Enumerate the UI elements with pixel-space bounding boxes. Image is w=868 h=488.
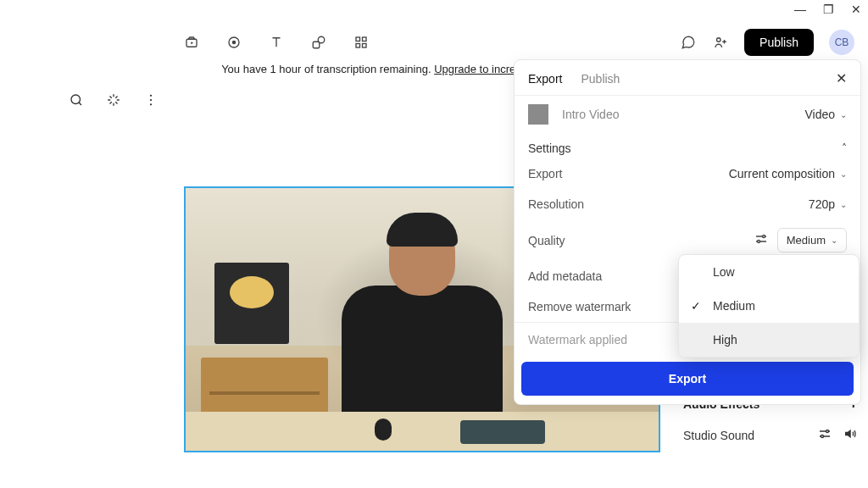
quality-select[interactable]: Medium ⌄	[777, 228, 847, 252]
project-title: Intro Video	[562, 108, 619, 121]
project-thumb	[528, 104, 548, 125]
text-tool-icon[interactable]	[268, 34, 285, 51]
mouse-prop	[375, 419, 392, 441]
templates-tool-icon[interactable]	[353, 34, 370, 51]
quality-value: Medium	[787, 234, 826, 247]
keyboard-prop	[460, 420, 545, 444]
quality-dropdown: Low ✓ Medium High 👆	[678, 254, 860, 358]
notice-text: You have 1 hour of transcription remaini…	[221, 63, 434, 75]
volume-icon[interactable]	[843, 426, 858, 444]
quality-option-high[interactable]: High 👆	[679, 323, 859, 357]
svg-point-16	[826, 430, 829, 433]
window-minimize[interactable]: —	[794, 3, 806, 15]
export-scope-label: Export	[528, 167, 562, 180]
add-metadata-row[interactable]: Add metadata	[528, 269, 602, 283]
svg-rect-5	[356, 37, 360, 42]
resolution-select[interactable]: 720p ⌄	[809, 197, 847, 211]
studio-sound-row[interactable]: Studio Sound	[683, 429, 754, 442]
quality-label: Quality	[528, 234, 565, 247]
publish-button[interactable]: Publish	[744, 29, 814, 56]
media-tool-icon[interactable]	[183, 34, 200, 51]
svg-rect-3	[313, 42, 320, 48]
check-icon: ✓	[691, 299, 701, 313]
svg-point-4	[318, 36, 325, 43]
resolution-label: Resolution	[528, 197, 584, 211]
record-tool-icon[interactable]	[225, 34, 242, 51]
sliders-icon[interactable]	[817, 426, 832, 444]
remove-watermark-row[interactable]: Remove watermark	[528, 300, 631, 313]
desk	[186, 412, 659, 451]
close-icon[interactable]: ✕	[836, 70, 847, 86]
quality-option-low[interactable]: Low	[679, 255, 859, 289]
watermark-applied-label: Watermark applied	[528, 333, 627, 347]
sliders-icon[interactable]	[754, 231, 769, 249]
quality-option-label: Medium	[713, 299, 755, 313]
settings-header-label: Settings	[528, 141, 571, 155]
more-icon[interactable]	[142, 92, 159, 108]
export-button[interactable]: Export	[521, 362, 854, 396]
chevron-up-icon: ˄	[842, 142, 847, 154]
svg-point-10	[71, 95, 81, 104]
svg-rect-6	[363, 37, 367, 42]
quality-option-medium[interactable]: ✓ Medium	[679, 289, 859, 323]
chevron-down-icon: ⌄	[840, 200, 847, 209]
window-maximize[interactable]: ❐	[823, 3, 834, 15]
person-silhouette	[333, 218, 511, 438]
avatar[interactable]: CB	[829, 30, 854, 55]
chevron-down-icon: ⌄	[840, 169, 847, 179]
svg-point-11	[150, 95, 152, 97]
svg-point-17	[821, 435, 824, 438]
chevron-down-icon: ⌄	[831, 236, 837, 245]
chat-icon[interactable]	[680, 34, 697, 51]
svg-point-15	[757, 241, 760, 243]
tab-publish[interactable]: Publish	[581, 72, 620, 86]
svg-rect-8	[363, 44, 367, 48]
export-scope-select[interactable]: Current composition ⌄	[729, 167, 847, 180]
wall-plaque	[214, 263, 289, 344]
svg-rect-7	[356, 44, 360, 48]
project-type-label: Video	[804, 108, 835, 121]
settings-header[interactable]: Settings ˄	[515, 133, 860, 158]
sparkle-icon[interactable]	[105, 92, 122, 108]
shapes-tool-icon[interactable]	[310, 34, 327, 51]
svg-point-14	[762, 236, 765, 238]
resolution-value: 720p	[809, 197, 835, 211]
export-scope-value: Current composition	[729, 167, 835, 180]
window-close[interactable]: ✕	[851, 3, 861, 15]
svg-point-2	[232, 41, 236, 45]
search-icon[interactable]	[68, 92, 85, 108]
tab-export[interactable]: Export	[528, 72, 562, 86]
quality-option-label: High	[713, 333, 737, 347]
chevron-down-icon: ⌄	[840, 110, 847, 119]
share-icon[interactable]	[712, 34, 729, 51]
svg-point-9	[717, 38, 721, 42]
svg-point-12	[150, 99, 152, 101]
svg-point-13	[150, 103, 152, 105]
quality-option-label: Low	[713, 265, 735, 279]
project-type-select[interactable]: Video ⌄	[804, 108, 847, 121]
topbar: Publish CB	[0, 25, 868, 59]
